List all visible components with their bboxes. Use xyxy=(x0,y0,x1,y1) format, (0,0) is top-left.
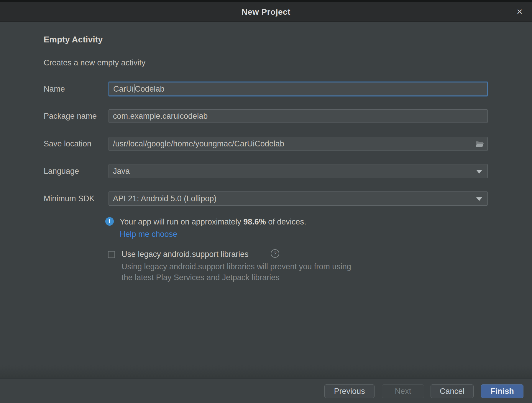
minimum-sdk-label: Minimum SDK xyxy=(44,194,109,203)
legacy-support-label[interactable]: Use legacy android.support libraries xyxy=(121,250,249,259)
minimum-sdk-row: Minimum SDK API 21: Android 5.0 (Lollipo… xyxy=(44,191,488,206)
help-icon[interactable]: ? xyxy=(271,249,279,258)
help-me-choose-link[interactable]: Help me choose xyxy=(120,230,177,239)
language-label: Language xyxy=(44,167,109,176)
cancel-button[interactable]: Cancel xyxy=(431,384,474,398)
next-button[interactable]: Next xyxy=(382,384,424,398)
name-label: Name xyxy=(44,85,109,94)
save-location-row: Save location /usr/local/google/home/you… xyxy=(44,137,488,151)
language-value: Java xyxy=(113,167,130,176)
sdk-coverage-percent: 98.6% xyxy=(243,217,266,226)
legacy-support-description: Using legacy android.support libraries w… xyxy=(121,262,351,271)
minimum-sdk-select[interactable]: API 21: Android 5.0 (Lollipop) xyxy=(109,191,488,206)
package-name-row: Package name com.example.caruicodelab xyxy=(44,109,488,123)
finish-button[interactable]: Finish xyxy=(481,384,523,398)
save-location-label: Save location xyxy=(44,139,109,148)
page-title: Empty Activity xyxy=(44,35,103,44)
dialog-footer: Previous Next Cancel Finish xyxy=(0,378,532,403)
chevron-down-icon xyxy=(476,197,482,201)
text-caret xyxy=(134,84,134,93)
info-icon: i xyxy=(105,217,114,226)
sdk-coverage-text: Your app will run on approximately 98.6%… xyxy=(120,217,306,227)
name-value-after-caret: Codelab xyxy=(135,85,165,94)
page-subtitle: Creates a new empty activity xyxy=(44,58,145,67)
chevron-down-icon xyxy=(476,170,482,174)
package-name-value: com.example.caruicodelab xyxy=(113,112,208,121)
folder-open-icon[interactable] xyxy=(474,140,485,148)
language-select[interactable]: Java xyxy=(109,164,488,178)
dialog-content: Empty Activity Creates a new empty activ… xyxy=(0,22,532,379)
legacy-support-checkbox[interactable] xyxy=(108,251,115,258)
window-top-edge xyxy=(0,0,532,2)
package-name-label: Package name xyxy=(44,112,109,121)
save-location-value: /usr/local/google/home/youngmac/CarUiCod… xyxy=(113,139,284,148)
package-name-input[interactable]: com.example.caruicodelab xyxy=(109,109,488,123)
name-value-before-caret: CarUi xyxy=(113,85,134,94)
legacy-support-description: the latest Play Services and Jetpack lib… xyxy=(121,273,280,282)
name-input[interactable]: CarUiCodelab xyxy=(109,82,488,96)
minimum-sdk-value: API 21: Android 5.0 (Lollipop) xyxy=(113,194,216,203)
dialog-title: New Project xyxy=(242,7,290,17)
save-location-input[interactable]: /usr/local/google/home/youngmac/CarUiCod… xyxy=(109,137,488,151)
sdk-coverage-text-before: Your app will run on approximately xyxy=(120,217,243,226)
new-project-dialog: { "dialog": { "title": "New Project", "c… xyxy=(0,0,532,403)
footer-shadow xyxy=(0,365,532,378)
sdk-coverage-text-after: of devices. xyxy=(266,217,306,226)
language-row: Language Java xyxy=(44,164,488,178)
close-icon[interactable]: ✕ xyxy=(514,6,526,18)
name-row: Name CarUiCodelab xyxy=(44,82,488,96)
previous-button[interactable]: Previous xyxy=(324,384,375,398)
dialog-titlebar[interactable]: New Project ✕ xyxy=(0,2,532,22)
